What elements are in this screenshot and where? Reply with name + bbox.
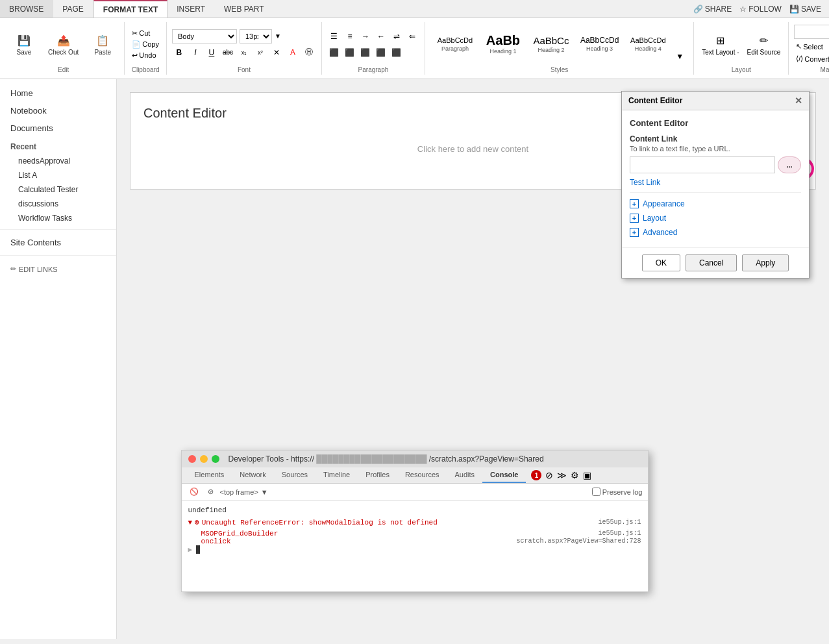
ul-button[interactable]: ☰ bbox=[327, 29, 341, 43]
style-heading1[interactable]: AaBb Heading 1 bbox=[480, 25, 526, 64]
sidebar-sub-workflow[interactable]: Workflow Tasks bbox=[0, 211, 116, 225]
save-button[interactable]: 💾 Save bbox=[8, 29, 40, 60]
styles-expand-btn[interactable]: ▼ bbox=[673, 49, 687, 64]
undo-button[interactable]: ↩ Undo bbox=[130, 51, 161, 60]
share-btn[interactable]: 🔗 SHARE bbox=[693, 5, 732, 14]
font-family-select[interactable]: Body bbox=[172, 29, 237, 43]
dialog-ok-button[interactable]: OK bbox=[642, 254, 680, 271]
text-layout-button[interactable]: ⊞ Text Layout - bbox=[699, 31, 741, 58]
rtl-btn[interactable]: ⇐ bbox=[405, 29, 419, 43]
font-size-select[interactable]: 13px bbox=[240, 29, 272, 43]
ol-button[interactable]: ≡ bbox=[343, 29, 357, 43]
prompt-cursor[interactable] bbox=[196, 545, 200, 554]
subscript-button[interactable]: x₁ bbox=[237, 45, 251, 60]
style-heading2[interactable]: AaBbCc Heading 2 bbox=[528, 25, 575, 64]
error-expand-icon[interactable]: ▼ bbox=[188, 518, 193, 528]
dt-btn2[interactable]: ≫ bbox=[557, 470, 567, 480]
align-right-btn[interactable]: ⬛ bbox=[358, 45, 373, 60]
devtools-close-dot[interactable] bbox=[188, 455, 196, 463]
indent-btn[interactable]: → bbox=[358, 29, 373, 43]
search-input[interactable] bbox=[794, 25, 829, 39]
italic-button[interactable]: I bbox=[188, 45, 203, 60]
dt-btn1[interactable]: ⊘ bbox=[545, 470, 553, 480]
ribbon-group-font: Body 13px ▼ B I U abc x₁ x² ✕ bbox=[167, 22, 322, 75]
nav-page[interactable]: PAGE bbox=[53, 0, 93, 18]
nav-web-part[interactable]: WEB PART bbox=[215, 0, 274, 18]
dialog-browse-button[interactable]: ... bbox=[778, 156, 801, 173]
align-left-btn[interactable]: ⬛ bbox=[327, 45, 341, 60]
dt-tab-network[interactable]: Network bbox=[232, 467, 273, 483]
superscript-button[interactable]: x² bbox=[253, 45, 267, 60]
sidebar-site-contents[interactable]: Site Contents bbox=[0, 234, 116, 251]
dt-tab-audits[interactable]: Audits bbox=[447, 467, 483, 483]
select-button[interactable]: ↖ Select bbox=[794, 42, 829, 51]
sidebar-sub-discussions[interactable]: discussions bbox=[0, 197, 116, 211]
style-heading3[interactable]: AaBbCcDd Heading 3 bbox=[576, 25, 623, 64]
align-center-btn[interactable]: ⬛ bbox=[343, 45, 357, 60]
dt-dock-icon[interactable]: ▣ bbox=[583, 470, 591, 480]
dialog-titlebar[interactable]: Content Editor ✕ bbox=[622, 92, 809, 110]
align-bidi-btn[interactable]: ⬛ bbox=[390, 45, 404, 60]
clear-format-button[interactable]: ✕ bbox=[269, 45, 284, 60]
sidebar-item-documents[interactable]: Documents bbox=[0, 119, 116, 137]
error-file1[interactable]: ie55up.js:1 bbox=[598, 518, 641, 527]
dialog-advanced-row[interactable]: + Advanced bbox=[630, 225, 801, 240]
bidi-btn[interactable]: ⇌ bbox=[390, 29, 404, 43]
nav-insert[interactable]: INSERT bbox=[167, 0, 215, 18]
dt-tab-resources[interactable]: Resources bbox=[397, 467, 447, 483]
ribbon: 💾 Save 📤 Check Out 📋 Paste Edit ✂ bbox=[0, 18, 829, 79]
dialog-layout-row[interactable]: + Layout bbox=[630, 211, 801, 225]
underline-button[interactable]: U bbox=[204, 45, 219, 60]
indent1-file[interactable]: ie55up.js:1 bbox=[598, 530, 641, 538]
edit-links-button[interactable]: ✏ EDIT LINKS bbox=[0, 260, 116, 279]
dt-tab-timeline[interactable]: Timeline bbox=[316, 467, 358, 483]
sidebar-item-home[interactable]: Home bbox=[0, 84, 116, 102]
error-icon: ⊗ bbox=[195, 518, 199, 528]
outdent-btn[interactable]: ← bbox=[374, 29, 388, 43]
font-color-button[interactable]: A bbox=[286, 45, 300, 60]
dialog-test-link[interactable]: Test Link bbox=[630, 178, 660, 187]
appearance-label: Appearance bbox=[643, 199, 685, 208]
dt-filter-btn[interactable]: ⊘ bbox=[205, 486, 216, 497]
sidebar-item-notebook[interactable]: Notebook bbox=[0, 102, 116, 119]
convert-xhtml-button[interactable]: ⟨/⟩ Convert to XHTML bbox=[794, 54, 829, 64]
dt-tab-elements[interactable]: Elements bbox=[187, 467, 232, 483]
dt-tab-console[interactable]: Console bbox=[482, 467, 526, 483]
dt-tab-sources[interactable]: Sources bbox=[274, 467, 316, 483]
nav-browse[interactable]: BROWSE bbox=[0, 0, 53, 18]
sidebar-sub-calc-tester[interactable]: Calculated Tester bbox=[0, 182, 116, 197]
style-heading1-preview: AaBb bbox=[486, 34, 520, 47]
dt-tab-profiles[interactable]: Profiles bbox=[358, 467, 397, 483]
sidebar-sub-list-a[interactable]: List A bbox=[0, 168, 116, 182]
align-justify-btn[interactable]: ⬛ bbox=[374, 45, 388, 60]
dialog-apply-button[interactable]: Apply bbox=[742, 254, 789, 271]
edit-source-button[interactable]: ✏ Edit Source bbox=[745, 31, 784, 58]
devtools-maximize-dot[interactable] bbox=[212, 455, 219, 463]
save-nav-btn[interactable]: 💾 SAVE bbox=[789, 5, 821, 14]
cut-button[interactable]: ✂ Cut bbox=[130, 29, 161, 38]
styles-group-label: Styles bbox=[430, 65, 688, 73]
paste-button[interactable]: 📋 Paste bbox=[86, 29, 119, 60]
dt-preserve-log: Preserve log bbox=[592, 488, 643, 496]
indent2-file[interactable]: scratch.aspx?PageView=Shared:728 bbox=[516, 538, 641, 545]
devtools-minimize-dot[interactable] bbox=[200, 455, 208, 463]
nav-format-text[interactable]: FORMAT TEXT bbox=[93, 0, 167, 18]
highlight-button[interactable]: Ⓗ bbox=[302, 45, 316, 60]
copy-button[interactable]: 📄 Copy bbox=[130, 40, 161, 49]
dt-settings-icon[interactable]: ⚙ bbox=[571, 470, 579, 480]
dt-frame-dropdown[interactable]: ▼ bbox=[261, 488, 268, 496]
strikethrough-button[interactable]: abc bbox=[221, 45, 235, 60]
sidebar-divider2 bbox=[0, 255, 116, 256]
dialog-cancel-button[interactable]: Cancel bbox=[686, 254, 737, 271]
preserve-log-checkbox[interactable] bbox=[592, 488, 600, 496]
bold-button[interactable]: B bbox=[172, 45, 186, 60]
style-paragraph[interactable]: AaBbCcDd Paragraph bbox=[432, 25, 478, 64]
sidebar-sub-needs-approval[interactable]: needsApproval bbox=[0, 154, 116, 168]
dialog-close-button[interactable]: ✕ bbox=[795, 95, 802, 106]
dialog-url-input[interactable] bbox=[630, 156, 775, 173]
dialog-appearance-row[interactable]: + Appearance bbox=[630, 197, 801, 211]
follow-btn[interactable]: ☆ FOLLOW bbox=[739, 5, 782, 14]
checkout-button[interactable]: 📤 Check Out bbox=[43, 29, 84, 60]
dt-clear-btn[interactable]: 🚫 bbox=[187, 486, 201, 497]
style-heading4[interactable]: AaBbCcDd Heading 4 bbox=[625, 25, 671, 64]
